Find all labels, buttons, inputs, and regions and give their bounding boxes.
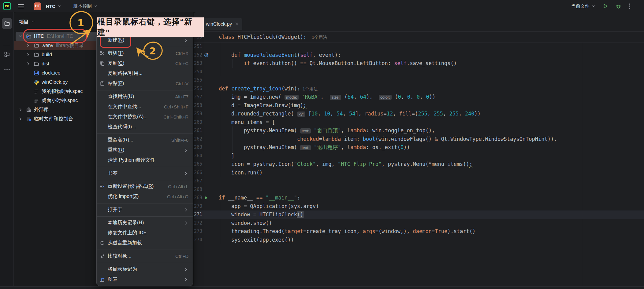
code-line: 252 def mouseReleaseEvent(self, event):: [194, 51, 644, 60]
menu-item[interactable]: 本地历史记录(H): [97, 218, 193, 228]
menu-item[interactable]: 清除 Python 编译文件: [97, 155, 193, 165]
chevron-down-icon[interactable]: [18, 34, 23, 39]
more-tool-windows-button[interactable]: [2, 64, 12, 75]
chevron-right-icon[interactable]: [18, 107, 23, 112]
menu-item[interactable]: 在文件中查找...Ctrl+Shift+F: [97, 102, 193, 112]
vcs-label: 版本控制: [73, 3, 92, 9]
code-lines[interactable]: 251252 def mouseReleaseEvent(self, event…: [194, 42, 644, 286]
editor-area[interactable]: winClock.py 35class HTCFlipClock(QWidget…: [194, 12, 644, 286]
code-text: class HTCFlipClock(QWidget): 1个用法: [219, 32, 644, 43]
folder-icon: [34, 52, 39, 57]
menu-item[interactable]: 重新设置代码格式(R)Ctrl+Alt+L: [97, 181, 193, 192]
menu-shortcut: Ctrl+Shift+F: [164, 104, 188, 109]
menu-item[interactable]: 粘贴(P)Ctrl+V: [97, 79, 193, 89]
tree-item-hint: library根目录: [56, 42, 84, 49]
code-line: 259 d.rounded_rectangle( xy: [10, 10, 54…: [194, 110, 644, 118]
line-number: 263: [194, 143, 202, 152]
code-line: 255: [194, 76, 644, 85]
library-icon: [26, 107, 32, 112]
chevron-right-icon[interactable]: [18, 116, 23, 121]
menu-shortcut: Ctrl+D: [175, 254, 188, 259]
scratch-icon: [26, 116, 32, 122]
chevron-down-icon: [58, 4, 61, 8]
menu-item[interactable]: 打开于: [97, 205, 193, 215]
line-number: 267: [194, 177, 202, 185]
menu-shortcut: Ctrl+Shift+R: [163, 114, 188, 119]
chevron-right-icon[interactable]: [26, 61, 31, 66]
menu-item[interactable]: 图表: [97, 274, 193, 284]
code-line: 272 window.show(): [194, 219, 644, 228]
code-line: 271 window = HTCFlipClock(): [194, 210, 644, 219]
menu-item[interactable]: 将目录标记为: [97, 264, 193, 274]
indent-guide: [220, 42, 220, 51]
menu-item-label: 粘贴(P): [108, 80, 168, 87]
chevron-right-icon[interactable]: [26, 52, 31, 57]
vcs-widget[interactable]: 版本控制: [73, 3, 98, 9]
line-number: 272: [194, 219, 202, 228]
line-number: 251: [194, 42, 202, 51]
menu-shortcut: Shift+F6: [171, 137, 188, 143]
more-horizontal-icon: [4, 69, 10, 71]
context-menu: 新建(N)剪切(T)Ctrl+X复制(C)Ctrl+C复制路径/引用...粘贴(…: [96, 34, 193, 286]
more-actions-button[interactable]: [629, 3, 631, 9]
menu-item-label: 清除 Python 编译文件: [108, 157, 181, 163]
structure-tool-button[interactable]: [2, 49, 12, 60]
submenu-arrow-icon: [184, 267, 188, 272]
folder-icon: [34, 61, 39, 67]
code-line: 261 pystray.MenuItem( text: "窗口置顶", lamb…: [194, 126, 644, 135]
run-config-selector[interactable]: 当前文件: [571, 3, 595, 9]
line-number: 265: [194, 160, 202, 169]
chevron-down-icon: [31, 20, 35, 24]
menu-item[interactable]: 重构(R): [97, 145, 193, 155]
menu-item[interactable]: 从磁盘重新加载: [97, 238, 193, 248]
code-line: 273 threading.Thread(target=create_tray_…: [194, 227, 644, 236]
menu-separator: [97, 47, 193, 47]
menu-separator: [97, 167, 193, 167]
code-text: img = Image.new( mode: 'RGBA', size: (64…: [219, 93, 644, 102]
run-button[interactable]: [603, 3, 608, 9]
menu-item[interactable]: 书签: [97, 168, 193, 178]
line-number: 269: [194, 194, 202, 202]
menu-item[interactable]: 剪切(T)Ctrl+X: [97, 48, 193, 58]
menu-item[interactable]: 比较对象...Ctrl+D: [97, 251, 193, 261]
paste-icon: [100, 81, 108, 86]
menu-item[interactable]: 复制路径/引用...: [97, 68, 193, 79]
code-text: pystray.MenuItem( text: "窗口置顶", lambda: …: [219, 126, 644, 135]
hamburger-menu-icon[interactable]: [18, 4, 24, 9]
tree-item-label: HTC: [34, 34, 44, 39]
line-number: 261: [194, 126, 202, 135]
chevron-right-icon[interactable]: [26, 43, 31, 48]
project-name: HTC: [46, 4, 55, 9]
code-line: 258 d = ImageDraw.Draw(img);: [194, 101, 644, 110]
menu-separator: [97, 180, 193, 180]
code-text: if event.button() == Qt.MouseButton.Left…: [219, 59, 644, 68]
indent-guide: [220, 68, 220, 76]
menu-item[interactable]: 复制(C)Ctrl+C: [97, 58, 193, 68]
cut-icon: [100, 51, 108, 56]
code-line: 269if __name__ == "__main__":: [194, 194, 644, 202]
editor-tab[interactable]: winClock.py: [202, 18, 242, 30]
code-line: 251: [194, 42, 644, 51]
project-tool-button[interactable]: [2, 18, 12, 29]
code-text: sys.exit(app.exec()): [219, 236, 644, 244]
run-gutter-icon[interactable]: [204, 195, 208, 201]
menu-item[interactable]: 检查代码(I)...: [97, 122, 193, 132]
code-line: 266 icon.run(): [194, 169, 644, 177]
close-icon[interactable]: [235, 22, 238, 26]
tree-item-label: winClock.py: [42, 79, 68, 85]
menu-shortcut: Ctrl+Alt+L: [168, 184, 188, 189]
menu-item[interactable]: 修复文件上的 IDE: [97, 228, 193, 238]
menu-item[interactable]: 优化 import(Z)Ctrl+Alt+O: [97, 192, 193, 202]
menu-item[interactable]: 查找用法(U)Alt+F7: [97, 92, 193, 102]
menu-item[interactable]: 在文件中替换(A)...Ctrl+Shift+R: [97, 112, 193, 122]
code-text: icon.run(): [219, 169, 644, 177]
menu-item-label: 查找用法(U): [108, 93, 168, 100]
override-gutter-icon[interactable]: [204, 53, 209, 59]
pycharm-logo-icon: PC: [3, 2, 11, 10]
line-number: 274: [194, 236, 202, 244]
debug-button[interactable]: [616, 3, 621, 9]
project-widget[interactable]: HT HTC: [34, 2, 61, 10]
code-line: 264 ]: [194, 152, 644, 160]
menu-item[interactable]: 重命名(R)...Shift+F6: [97, 135, 193, 145]
project-panel-title: 项目: [19, 19, 29, 25]
